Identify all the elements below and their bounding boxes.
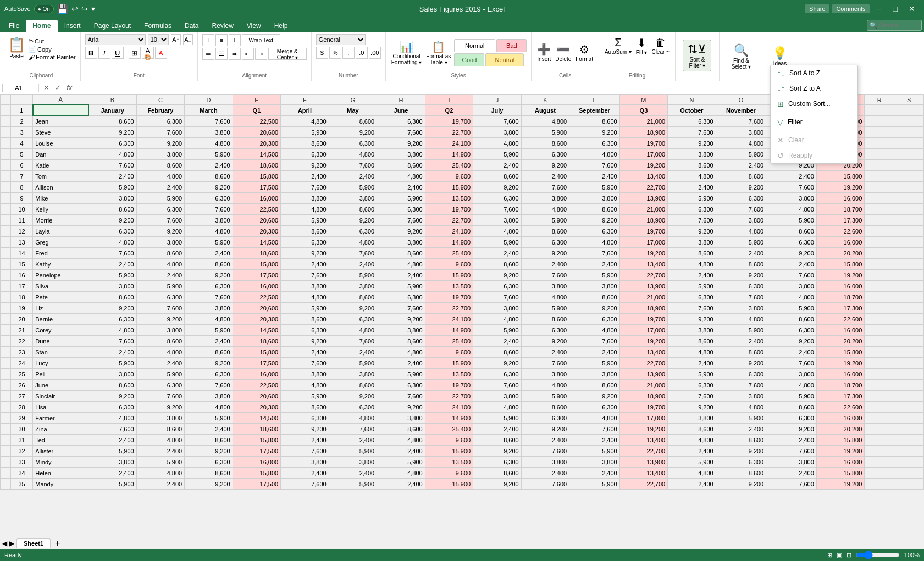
table-cell[interactable]: [1, 358, 11, 369]
restore-btn[interactable]: □: [889, 0, 902, 18]
format-as-table-btn[interactable]: 📋 Format as Table ▾: [425, 39, 452, 66]
table-cell[interactable]: 5,900: [281, 127, 329, 138]
table-cell[interactable]: 7,600: [668, 127, 716, 138]
table-cell[interactable]: [894, 347, 924, 358]
table-cell[interactable]: 18,900: [619, 391, 668, 402]
table-cell[interactable]: 2,400: [766, 468, 817, 479]
table-cell[interactable]: 14,500: [233, 413, 281, 424]
table-cell[interactable]: 6,300: [766, 237, 817, 248]
table-cell[interactable]: [894, 369, 924, 380]
filter-item[interactable]: ▽ Filter: [771, 114, 857, 130]
table-cell[interactable]: [865, 468, 894, 479]
table-cell[interactable]: 9,200: [281, 336, 329, 347]
table-cell[interactable]: 22,500: [233, 116, 281, 127]
table-cell[interactable]: [1, 468, 11, 479]
tab-help[interactable]: Help: [268, 20, 295, 32]
number-format-select[interactable]: General: [316, 34, 366, 45]
table-cell[interactable]: 4,800: [136, 347, 185, 358]
table-cell[interactable]: 9,200: [668, 226, 716, 237]
table-cell[interactable]: 2,400: [521, 435, 569, 446]
table-cell[interactable]: 21: [10, 325, 32, 336]
table-cell[interactable]: 7,600: [521, 182, 569, 193]
name-cell[interactable]: Mindy: [33, 457, 88, 468]
align-right-btn[interactable]: ➡: [229, 48, 241, 60]
table-cell[interactable]: 2,400: [185, 248, 233, 259]
table-cell[interactable]: 2,400: [668, 446, 716, 457]
table-cell[interactable]: 9,200: [329, 391, 377, 402]
table-cell[interactable]: 5,900: [766, 391, 817, 402]
table-cell[interactable]: 14,900: [425, 413, 473, 424]
table-cell[interactable]: 2,400: [521, 347, 569, 358]
table-cell[interactable]: 6,300: [88, 402, 137, 413]
table-cell[interactable]: [1, 171, 11, 182]
table-cell[interactable]: 7,600: [766, 270, 817, 281]
table-cell[interactable]: 18: [10, 292, 32, 303]
table-cell[interactable]: 2,400: [185, 424, 233, 435]
cell-S1[interactable]: [894, 105, 924, 116]
table-cell[interactable]: 4,800: [521, 380, 569, 391]
table-cell[interactable]: 5,900: [569, 182, 620, 193]
table-cell[interactable]: 6,300: [185, 281, 233, 292]
table-cell[interactable]: [865, 424, 894, 435]
table-cell[interactable]: 6,300: [377, 116, 425, 127]
table-cell[interactable]: [1, 193, 11, 204]
table-cell[interactable]: 17,500: [233, 446, 281, 457]
table-cell[interactable]: 22,700: [425, 215, 473, 226]
table-cell[interactable]: 9,600: [425, 468, 473, 479]
col-header-C[interactable]: C: [136, 95, 185, 105]
table-cell[interactable]: 3,800: [281, 369, 329, 380]
table-cell[interactable]: 6,300: [377, 380, 425, 391]
table-cell[interactable]: 4,800: [281, 116, 329, 127]
table-cell[interactable]: 11: [10, 215, 32, 226]
table-cell[interactable]: 14,500: [233, 237, 281, 248]
table-cell[interactable]: 6,300: [473, 281, 522, 292]
table-cell[interactable]: 9,200: [569, 127, 620, 138]
table-cell[interactable]: 21,000: [619, 292, 668, 303]
table-cell[interactable]: 5,900: [521, 127, 569, 138]
table-cell[interactable]: 8,600: [185, 435, 233, 446]
table-cell[interactable]: 16,000: [233, 457, 281, 468]
table-cell[interactable]: 3,800: [473, 303, 522, 314]
table-cell[interactable]: 9,200: [88, 215, 137, 226]
table-cell[interactable]: 3,800: [136, 237, 185, 248]
align-bottom-btn[interactable]: ⊥: [229, 34, 241, 46]
table-cell[interactable]: 9,600: [425, 347, 473, 358]
table-cell[interactable]: 8,600: [473, 435, 522, 446]
table-cell[interactable]: 9,200: [281, 424, 329, 435]
table-cell[interactable]: [1, 248, 11, 259]
table-cell[interactable]: 19,700: [425, 292, 473, 303]
table-cell[interactable]: 6,300: [716, 369, 766, 380]
table-cell[interactable]: 4,800: [521, 204, 569, 215]
table-cell[interactable]: 5,900: [766, 303, 817, 314]
zoom-slider[interactable]: [856, 551, 900, 559]
table-cell[interactable]: 35: [10, 479, 32, 490]
table-cell[interactable]: 2,400: [377, 479, 425, 490]
name-cell[interactable]: Lucy: [33, 358, 88, 369]
table-cell[interactable]: 9,200: [473, 446, 522, 457]
table-cell[interactable]: 4,800: [569, 149, 620, 160]
table-cell[interactable]: 22,700: [619, 182, 668, 193]
table-cell[interactable]: 2,400: [716, 424, 766, 435]
table-cell[interactable]: 19,700: [619, 226, 668, 237]
table-cell[interactable]: [865, 204, 894, 215]
table-cell[interactable]: [1, 226, 11, 237]
table-cell[interactable]: 9,200: [136, 402, 185, 413]
table-cell[interactable]: 32: [10, 446, 32, 457]
table-cell[interactable]: [865, 138, 894, 149]
table-cell[interactable]: 8,600: [281, 226, 329, 237]
table-cell[interactable]: 22,500: [233, 292, 281, 303]
col-header-O[interactable]: O: [716, 95, 766, 105]
table-cell[interactable]: 3,800: [88, 369, 137, 380]
table-cell[interactable]: 6,300: [521, 237, 569, 248]
table-cell[interactable]: 4,800: [473, 314, 522, 325]
table-cell[interactable]: 15,900: [425, 182, 473, 193]
table-cell[interactable]: 5,900: [329, 446, 377, 457]
cell-A1[interactable]: [33, 105, 88, 116]
table-cell[interactable]: 5,900: [473, 413, 522, 424]
table-cell[interactable]: 7,600: [716, 380, 766, 391]
table-cell[interactable]: [1, 347, 11, 358]
cell-G1[interactable]: May: [329, 105, 377, 116]
table-cell[interactable]: 20,600: [233, 303, 281, 314]
table-cell[interactable]: 22,700: [425, 303, 473, 314]
table-cell[interactable]: 19,200: [619, 424, 668, 435]
